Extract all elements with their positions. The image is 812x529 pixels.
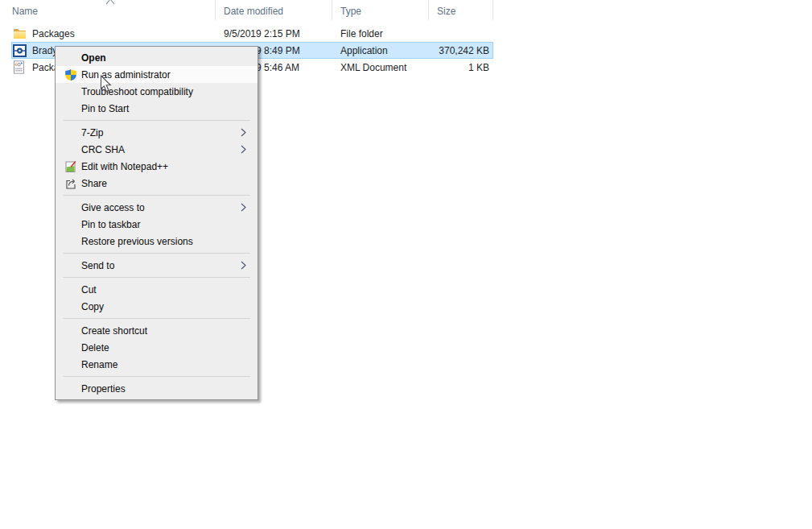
context-menu-item[interactable]: Pin to taskbar [56,216,258,233]
notepad-plus-plus-icon [64,160,77,173]
column-header-row: Name Date modified Type Size [0,0,493,20]
menu-item-icon-slot [62,176,80,190]
menu-item-label: Cut [80,284,258,295]
share-icon [64,177,77,190]
file-size: 1 KB [429,62,493,73]
file-date-modified: 9/5/2019 2:15 PM [216,28,332,39]
context-menu-item-hovered[interactable]: Run as administrator [56,66,258,83]
context-menu-item[interactable]: Give access to [56,199,258,216]
context-menu-item[interactable]: Pin to Start [56,100,258,117]
context-menu-item[interactable]: Open [56,49,258,66]
menu-separator [63,195,250,196]
menu-item-icon-slot [62,300,80,313]
xml-document-icon [13,60,25,74]
menu-item-label: Delete [80,342,258,353]
menu-item-icon-slot [62,382,80,395]
context-menu-item[interactable]: Share [56,175,258,192]
menu-item-label: CRC SHA [80,144,241,155]
menu-item-icon-slot [62,357,80,371]
column-header-name-label: Name [12,6,38,17]
sort-ascending-icon [105,0,116,5]
context-menu: Open Run as administrator Troubleshoot c… [55,46,258,400]
menu-separator [63,376,250,377]
menu-separator [63,120,250,121]
menu-item-icon-slot [62,200,80,214]
menu-item-label: Give access to [80,202,241,213]
menu-item-label: Pin to Start [80,103,258,114]
uac-shield-icon [64,68,77,81]
submenu-chevron-icon [241,261,246,270]
context-menu-item[interactable]: 7-Zip [56,124,258,141]
menu-item-icon-slot [62,68,80,81]
menu-item-icon-slot [62,101,80,115]
context-menu-item[interactable]: Delete [56,339,258,356]
context-menu-item[interactable]: Rename [56,356,258,373]
context-menu-item[interactable]: Copy [56,298,258,315]
context-menu-item[interactable]: Properties [56,380,258,397]
menu-item-label: Rename [80,359,258,370]
column-header-name[interactable]: Name [0,0,216,20]
menu-item-icon-slot [62,341,80,354]
menu-item-label: Copy [80,301,258,312]
context-menu-item[interactable]: Edit with Notepad++ [56,158,258,175]
menu-item-icon-slot [62,283,80,296]
file-type: File folder [332,28,429,39]
menu-item-label: Open [80,52,258,64]
menu-separator [63,253,250,254]
folder-icon [13,27,27,39]
file-type: XML Document [332,62,429,73]
menu-item-label: 7-Zip [80,127,241,138]
menu-item-icon-slot [62,143,80,156]
menu-item-icon-slot [62,324,80,337]
menu-item-label: Create shortcut [80,325,258,337]
menu-item-icon-slot [62,234,80,248]
file-row[interactable]: Packages 9/5/2019 2:15 PM File folder [11,25,493,42]
application-icon [13,44,27,57]
column-header-type-label: Type [340,6,361,17]
context-menu-item[interactable]: Send to [56,257,258,274]
submenu-chevron-icon [241,145,246,154]
menu-item-icon-slot [62,258,80,272]
context-menu-item[interactable]: Troubleshoot compatibility [56,83,258,100]
context-menu-item[interactable]: Create shortcut [56,322,258,339]
submenu-chevron-icon [241,203,246,212]
column-header-date-modified[interactable]: Date modified [216,0,332,20]
context-menu-item[interactable]: Restore previous versions [56,233,258,250]
mouse-cursor [100,75,112,93]
menu-item-label: Restore previous versions [80,236,258,247]
menu-item-label: Share [80,178,258,189]
explorer-file-area: { "file_list": { "columns": [ { "label":… [0,0,812,529]
column-header-size[interactable]: Size [429,0,493,20]
menu-item-icon-slot [62,85,80,98]
menu-item-icon-slot [62,217,80,231]
menu-separator [63,277,250,278]
menu-separator [63,318,250,319]
menu-item-label: Edit with Notepad++ [80,161,258,172]
menu-item-icon-slot [62,159,80,173]
file-name: Packages [32,28,216,39]
menu-item-icon-slot [62,51,80,64]
menu-item-label: Pin to taskbar [80,219,258,230]
column-header-date-label: Date modified [224,6,283,17]
submenu-chevron-icon [241,128,246,137]
column-header-size-label: Size [437,6,455,17]
file-size: 370,242 KB [429,45,493,56]
context-menu-item[interactable]: CRC SHA [56,141,258,158]
file-type: Application [332,45,429,56]
context-menu-item[interactable]: Cut [56,281,258,298]
menu-item-label: Properties [80,383,258,395]
menu-item-label: Send to [80,260,241,271]
menu-item-icon-slot [62,126,80,139]
column-header-type[interactable]: Type [332,0,429,20]
